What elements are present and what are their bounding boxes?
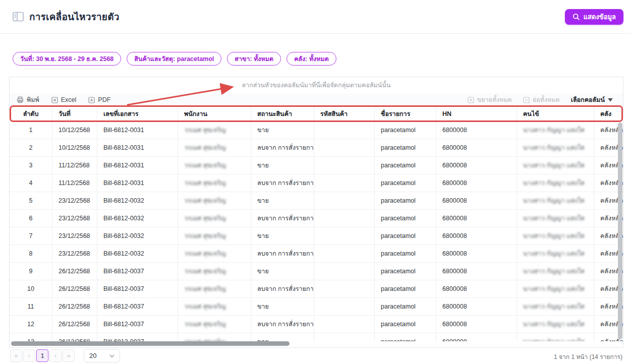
page-title-wrap: การเคลื่อนไหวรายตัว <box>12 9 120 24</box>
column-header-status[interactable]: สถานะสินค้า <box>251 107 314 121</box>
table-row[interactable]: 1026/12/2568Bill-6812-0037วรเมศ สุขเจริญ… <box>10 280 623 298</box>
filter-chip-date[interactable]: วันที่: 30 พ.ย. 2568 - 29 ธ.ค. 2568 <box>13 52 121 66</box>
cell-employee: วรเมศ สุขเจริญ <box>178 122 251 139</box>
first-page-button[interactable]: « <box>10 349 22 362</box>
cell-employee: วรเมศ สุขเจริญ <box>178 263 251 280</box>
table-header-row: ลำดับ วันที่ เลขที่เอกสาร พนักงาน สถานะส… <box>10 107 623 122</box>
export-excel-button[interactable]: Excel <box>51 96 77 103</box>
expand-all-label: ขยายทั้งหมด <box>477 95 512 105</box>
cell-item-name: paracetamol <box>375 263 436 280</box>
table-row[interactable]: 411/12/2568Bill-6812-0031วรเมศ สุขเจริญล… <box>10 174 623 192</box>
cell-item-name-text: paracetamol <box>381 162 416 169</box>
cell-employee-text: วรเมศ สุขเจริญ <box>184 284 226 294</box>
page-summary: 1 จาก 1 หน้า (14 รายการ) <box>554 352 622 361</box>
cell-index-text: 10 <box>27 285 34 292</box>
table-row[interactable]: 210/12/2568Bill-6812-0031วรเมศ สุขเจริญล… <box>10 139 623 157</box>
cell-status-text: ลบจาก การสั่งรายการ <box>257 178 314 188</box>
cell-item-name: paracetamol <box>375 210 436 227</box>
column-chooser-label: เลือกคอลัมน์ <box>571 95 605 105</box>
cell-date: 26/12/2568 <box>52 263 97 280</box>
vertical-scrollbar-thumb[interactable] <box>618 123 622 339</box>
cell-patient-text: นางสาว กัญญา แสงใส <box>523 160 585 170</box>
table-row[interactable]: 823/12/2568Bill-6812-0032วรเมศ สุขเจริญล… <box>10 245 623 263</box>
show-data-button[interactable]: แสดงข้อมูล <box>565 9 623 25</box>
cell-patient: นางสาว กัญญา แสงใส <box>517 298 594 315</box>
cell-employee: วรเมศ สุขเจริญ <box>178 316 251 333</box>
last-page-button[interactable]: » <box>63 349 75 362</box>
cell-hn-text: 6800008 <box>442 162 467 169</box>
cell-hn-text: 6800008 <box>442 179 467 187</box>
table-row[interactable]: 1126/12/2568Bill-6812-0037วรเมศ สุขเจริญ… <box>10 298 623 316</box>
table-row[interactable]: 623/12/2568Bill-6812-0032วรเมศ สุขเจริญล… <box>10 210 623 227</box>
cell-hn-text: 6800008 <box>442 127 467 134</box>
cell-patient: นางสาว กัญญา แสงใส <box>517 192 594 209</box>
page-1-button[interactable]: 1 <box>36 349 48 362</box>
cell-employee-text: วรเมศ สุขเจริญ <box>184 337 226 341</box>
column-header-warehouse[interactable]: คลัง <box>594 107 623 121</box>
table-row[interactable]: 926/12/2568Bill-6812-0037วรเมศ สุขเจริญข… <box>10 263 623 280</box>
table-row[interactable]: 723/12/2568Bill-6812-0032วรเมศ สุขเจริญข… <box>10 227 623 245</box>
table-row[interactable]: 1226/12/2568Bill-6812-0037วรเมศ สุขเจริญ… <box>10 316 623 333</box>
column-header-item-name[interactable]: ชื่อรายการ <box>375 107 436 121</box>
cell-document-text: Bill-6812-0037 <box>103 268 144 275</box>
cell-hn: 6800008 <box>436 227 517 245</box>
table-row[interactable]: 311/12/2568Bill-6812-0031วรเมศ สุขเจริญข… <box>10 157 623 174</box>
cell-employee-text: วรเมศ สุขเจริญ <box>184 231 226 241</box>
cell-item-name-text: paracetamol <box>381 215 416 222</box>
cell-patient-text: นางสาว กัญญา แสงใส <box>523 266 585 276</box>
filter-chip-product[interactable]: สินค้าและวัสดุ: paracetamol <box>127 52 221 66</box>
cell-employee-text: วรเมศ สุขเจริญ <box>184 249 226 259</box>
column-header-index[interactable]: ลำดับ <box>10 107 52 121</box>
export-pdf-button[interactable]: PDF <box>88 96 110 103</box>
cell-item-name: paracetamol <box>375 316 436 333</box>
cell-index: 10 <box>10 280 52 297</box>
cell-hn: 6800008 <box>436 298 517 315</box>
cell-product-code <box>314 263 375 280</box>
previous-page-button[interactable]: ‹ <box>23 349 35 362</box>
column-header-hn[interactable]: HN <box>436 107 517 121</box>
print-button[interactable]: พิมพ์ <box>17 95 39 105</box>
cell-document: Bill-6812-0037 <box>97 280 178 297</box>
cell-document: Bill-6812-0037 <box>97 333 178 341</box>
table-row[interactable]: 110/12/2568Bill-6812-0031วรเมศ สุขเจริญข… <box>10 122 623 139</box>
cell-patient: นางสาว กัญญา แสงใส <box>517 139 594 156</box>
table-row[interactable]: 1326/12/2568Bill-6812-0037วรเมศ สุขเจริญ… <box>10 333 623 341</box>
column-header-product-code[interactable]: รหัสสินค้า <box>314 107 375 121</box>
cell-date-text: 26/12/2568 <box>59 285 90 292</box>
cell-patient: นางสาว กัญญา แสงใส <box>517 333 594 341</box>
cell-patient-text: นางสาว กัญญา แสงใส <box>523 249 585 259</box>
cell-date-text: 10/12/2568 <box>59 144 90 151</box>
filter-chip-branch[interactable]: สาขา: ทั้งหมด <box>227 52 281 66</box>
cell-status: ขาย <box>251 157 314 174</box>
horizontal-scrollbar-thumb[interactable] <box>11 341 290 346</box>
column-header-employee[interactable]: พนักงาน <box>178 107 251 121</box>
cell-index: 4 <box>10 174 52 192</box>
column-header-document[interactable]: เลขที่เอกสาร <box>97 107 178 121</box>
column-header-patient[interactable]: คนไข้ <box>517 107 594 121</box>
table-row[interactable]: 523/12/2568Bill-6812-0032วรเมศ สุขเจริญข… <box>10 192 623 210</box>
cell-index-text: 7 <box>29 232 33 239</box>
column-header-date[interactable]: วันที่ <box>52 107 97 121</box>
page-size-select[interactable]: 20 <box>84 349 120 362</box>
cell-document-text: Bill-6812-0032 <box>103 250 144 257</box>
cell-index-text: 3 <box>29 162 33 169</box>
cell-date-text: 23/12/2568 <box>59 232 90 239</box>
cell-product-code <box>314 245 375 262</box>
data-grid: ลากส่วนหัวของคอลัมน์มาที่นี่เพื่อจัดกลุ่… <box>9 77 623 348</box>
cell-product-code <box>314 122 375 139</box>
cell-product-code <box>314 333 375 341</box>
export-pdf-label: PDF <box>98 96 110 103</box>
cell-item-name: paracetamol <box>375 227 436 245</box>
cell-item-name-text: paracetamol <box>381 144 416 151</box>
cell-index: 13 <box>10 333 52 341</box>
filter-chip-warehouse[interactable]: คลัง: ทั้งหมด <box>286 52 336 66</box>
expand-all-button: ขยายทั้งหมด <box>468 95 512 105</box>
cell-hn: 6800008 <box>436 157 517 174</box>
filter-chips: วันที่: 30 พ.ย. 2568 - 29 ธ.ค. 2568 สินค… <box>0 52 631 66</box>
column-chooser-button[interactable]: เลือกคอลัมน์ <box>571 95 613 105</box>
cell-status: ขาย <box>251 122 314 139</box>
cell-document-text: Bill-6812-0037 <box>103 321 144 328</box>
next-page-button[interactable]: › <box>49 349 62 362</box>
top-bar: การเคลื่อนไหวรายตัว แสดงข้อมูล <box>0 0 631 34</box>
group-by-drop-zone[interactable]: ลากส่วนหัวของคอลัมน์มาที่นี่เพื่อจัดกลุ่… <box>10 77 623 93</box>
